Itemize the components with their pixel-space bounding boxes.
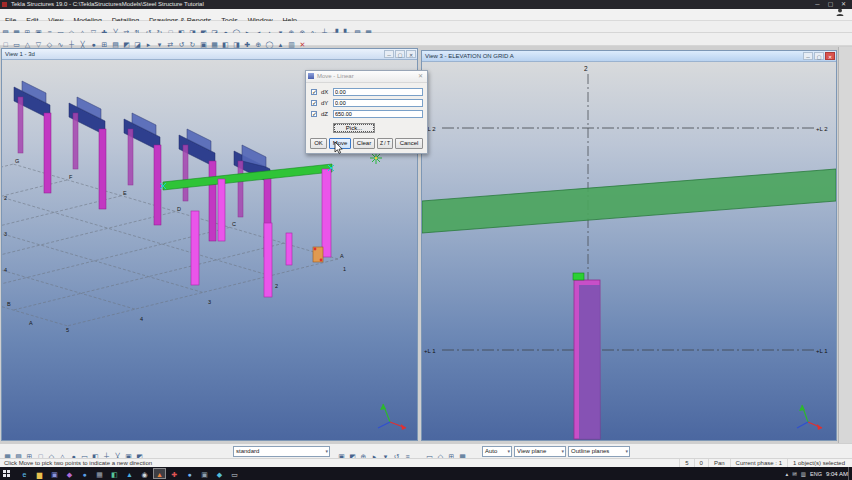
- taskbar-app-icon[interactable]: ◧: [108, 468, 121, 479]
- rafter-beams[interactable]: [14, 81, 270, 183]
- taskbar-app-icon[interactable]: ●: [183, 468, 196, 479]
- user-icon[interactable]: [836, 2, 844, 20]
- dz-checkbox[interactable]: ✓: [311, 111, 317, 117]
- language-indicator[interactable]: ENG: [810, 471, 822, 477]
- svg-text:1: 1: [343, 266, 346, 272]
- taskbar-app-icon[interactable]: ▣: [198, 468, 211, 479]
- taskbar-app-icon[interactable]: ▲: [153, 468, 166, 479]
- dialog-title: Move - Linear: [317, 71, 354, 82]
- dz-label: dZ: [321, 110, 328, 119]
- svg-text:3: 3: [4, 231, 7, 237]
- dz-input[interactable]: [333, 110, 423, 118]
- view3-title: View 3 - ELEVATION ON GRID A: [425, 53, 514, 59]
- view3-close-button[interactable]: ✕: [825, 52, 835, 60]
- taskbar-app-icon[interactable]: ▆: [33, 468, 46, 479]
- status-cell-pan: Pan: [708, 459, 730, 467]
- status-cells: 50PanCurrent phase : 11 object(s) select…: [679, 459, 850, 467]
- clock[interactable]: 9:04 AM: [826, 471, 848, 477]
- taskbar-app-icon[interactable]: ◉: [138, 468, 151, 479]
- taskbar-app-icon[interactable]: ▣: [48, 468, 61, 479]
- svg-text:2: 2: [4, 195, 7, 201]
- outline-planes-combo[interactable]: Outline planes ▾: [568, 446, 630, 457]
- view-plane-combo[interactable]: View plane ▾: [514, 446, 566, 457]
- taskbar-app-icon[interactable]: e: [18, 468, 31, 479]
- taskbar-app-icon[interactable]: ●: [78, 468, 91, 479]
- column-handle[interactable]: [573, 273, 584, 280]
- status-cell-1-object-s-selected: 1 object(s) selected: [787, 459, 850, 467]
- view3-maximize-button[interactable]: ▢: [814, 52, 824, 60]
- pick-button[interactable]: Pick...: [333, 123, 375, 133]
- cancel-button[interactable]: Cancel: [395, 138, 423, 149]
- window-title: Tekla Structures 19.0 - C:\TeklaStructur…: [11, 1, 204, 8]
- show-desktop-button[interactable]: [848, 467, 852, 480]
- dx-checkbox[interactable]: ✓: [311, 89, 317, 95]
- system-tray: ▴ ✉ ▥ ENG 9:04 AM: [785, 467, 848, 480]
- svg-text:4: 4: [140, 316, 143, 322]
- view3-canvas[interactable]: 2 2 +L 2 +L 2 +L 1 +L 1: [422, 62, 836, 440]
- menubar: FileEditViewModelingDetailingDrawings & …: [0, 9, 852, 21]
- dy-label: dY: [321, 99, 328, 108]
- view3-minimize-button[interactable]: ─: [803, 52, 813, 60]
- view3-titlebar[interactable]: View 3 - ELEVATION ON GRID A ─ ▢ ✕: [422, 51, 836, 62]
- dy-checkbox[interactable]: ✓: [311, 100, 317, 106]
- clear-button[interactable]: Clear: [353, 138, 375, 149]
- level-lines: [442, 128, 814, 350]
- snap-depth-combo[interactable]: Auto ▾: [482, 446, 512, 457]
- selected-part-handles[interactable]: [313, 247, 323, 262]
- selection-filter-combo[interactable]: standard ▾: [233, 446, 330, 457]
- axis-tripod-icon: [797, 405, 822, 430]
- column-elevation[interactable]: [573, 273, 600, 439]
- svg-text:+L 1: +L 1: [816, 348, 828, 354]
- zt-toggle-button[interactable]: Z / T: [377, 138, 393, 149]
- view1-minimize-button[interactable]: ─: [384, 50, 394, 58]
- selection-filter-value: standard: [236, 448, 259, 454]
- chevron-down-icon: ▾: [625, 447, 628, 456]
- workspace-right-strip: [838, 47, 852, 443]
- chevron-down-icon: ▾: [507, 447, 510, 456]
- app-icon: [2, 2, 7, 7]
- status-cell-current-phase-1: Current phase : 1: [730, 459, 787, 467]
- tray-message-icon[interactable]: ✉: [792, 471, 797, 477]
- taskbar-app-icon[interactable]: ◆: [63, 468, 76, 479]
- main-toolbar: ▤▦⊞▣≡▭◇△▽✚╳⇄⇅↺↻□◧◨◩◪●◯▸◂▴▾⊕⊗∿┼▞▚▤▦: [0, 21, 852, 33]
- svg-text:G: G: [15, 158, 19, 164]
- view-plane-value: View plane: [517, 448, 546, 454]
- start-button[interactable]: [3, 470, 11, 478]
- taskbar-app-icon[interactable]: ▦: [93, 468, 106, 479]
- dy-input[interactable]: [333, 99, 423, 107]
- taskbar-app-icon[interactable]: ▭: [228, 468, 241, 479]
- view1-maximize-button[interactable]: ▢: [395, 50, 405, 58]
- taskbar-app-icon[interactable]: ▲: [123, 468, 136, 479]
- bottom-toolbar: ▦▤⊞□◇△●▭◧┼╳▣◩ standard ▾ ▣◩⊕▸▾↺≡ ▭◇⊞▦ Au…: [0, 443, 852, 458]
- status-cell-5: 5: [679, 459, 693, 467]
- mouse-cursor-icon: [334, 140, 344, 158]
- taskbar-apps: e▆▣◆●▦◧▲◉▲✚●▣◆▭: [18, 467, 241, 480]
- move-linear-dialog: Move - Linear ✕ ✓ dX ✓ dY ✓ dZ Pick... O…: [305, 70, 428, 154]
- dialog-close-icon[interactable]: ✕: [416, 71, 425, 82]
- svg-text:+L 1: +L 1: [424, 348, 436, 354]
- axis-tripod-icon: [378, 404, 406, 430]
- taskbar-app-icon[interactable]: ◆: [213, 468, 226, 479]
- view1-titlebar[interactable]: View 1 - 3d ─ ▢ ✕: [2, 49, 417, 60]
- snap-depth-value: Auto: [485, 448, 497, 454]
- tray-network-icon[interactable]: ▥: [801, 471, 806, 477]
- level-labels: +L 2 +L 2 +L 1 +L 1: [424, 126, 828, 354]
- tray-arrow-icon[interactable]: ▴: [785, 471, 788, 477]
- selected-beam-elevation[interactable]: [422, 169, 836, 233]
- dx-input[interactable]: [333, 88, 423, 96]
- dialog-titlebar[interactable]: Move - Linear ✕: [306, 71, 427, 83]
- minimize-button[interactable]: ─: [811, 0, 824, 9]
- chevron-down-icon: ▾: [561, 447, 564, 456]
- dialog-icon: [308, 73, 314, 79]
- svg-text:D: D: [177, 206, 181, 212]
- view1-close-button[interactable]: ✕: [406, 50, 416, 58]
- svg-text:A: A: [340, 253, 344, 259]
- taskbar-app-icon[interactable]: ✚: [168, 468, 181, 479]
- elevation-view[interactable]: View 3 - ELEVATION ON GRID A ─ ▢ ✕ 2 2 +…: [421, 50, 837, 441]
- svg-text:F: F: [69, 174, 73, 180]
- dx-label: dX: [321, 88, 328, 97]
- status-cell-0: 0: [694, 459, 708, 467]
- ok-button[interactable]: OK: [310, 138, 327, 149]
- window-titlebar: Tekla Structures 19.0 - C:\TeklaStructur…: [0, 0, 852, 9]
- secondary-toolbar: □▭△▽◇∿┼╳●⊞▤◩◪▸▾⇄↺↻▣▦◧◨✚⊕◯▴▥✕: [0, 33, 852, 46]
